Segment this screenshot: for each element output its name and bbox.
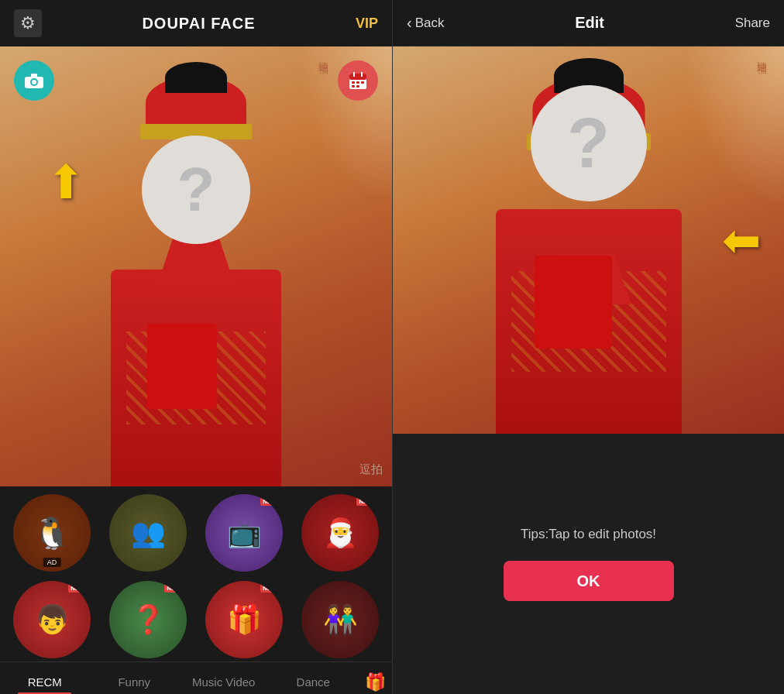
arrow-left-indicator: ⬅ — [722, 213, 761, 267]
new-badge-6: NEW — [164, 584, 184, 593]
grid-item-5[interactable]: 👦 NEW — [13, 581, 91, 658]
face-placeholder-right[interactable]: ? — [531, 85, 647, 201]
svg-rect-12 — [356, 85, 359, 88]
tab-funny[interactable]: Funny — [90, 669, 180, 694]
ok-button[interactable]: OK — [504, 561, 674, 601]
chinese-deco-right: 迎纳福 — [755, 53, 769, 57]
red-envelope — [147, 324, 217, 409]
gift-tab[interactable]: 🎁 — [358, 672, 392, 692]
tab-dance[interactable]: Dance — [269, 669, 359, 694]
left-header: ⚙ DOUPAI FACE VIP — [0, 0, 392, 46]
grid-icon-4: 🎅 — [323, 517, 358, 549]
svg-rect-10 — [361, 81, 364, 84]
grid-icon-8: 👫 — [323, 603, 358, 636]
svg-rect-5 — [349, 74, 366, 80]
svg-point-2 — [32, 80, 36, 84]
grid-item-2[interactable]: 👥 — [109, 494, 187, 572]
grid-icon-1: 🐧 — [33, 515, 71, 551]
grid-item-8[interactable]: 👫 — [301, 581, 379, 658]
new-badge-3: NEW — [260, 497, 280, 506]
tab-music-video[interactable]: Music Video — [179, 669, 269, 694]
svg-rect-8 — [352, 81, 355, 84]
grid-row-2: 👦 NEW ❓ NEW 🎁 NEW 👫 — [0, 578, 392, 661]
question-mark-left: ? — [177, 154, 215, 225]
right-video-area[interactable]: 迎纳福 ? ⬅ — [393, 46, 784, 434]
new-badge-4: NEW — [356, 497, 376, 506]
ad-badge-1: AD — [43, 558, 61, 567]
gear-icon[interactable]: ⚙ — [14, 9, 42, 37]
svg-rect-9 — [356, 81, 359, 84]
costume-hat-top — [165, 62, 227, 93]
svg-rect-11 — [352, 85, 355, 88]
chevron-left-icon: ‹ — [407, 14, 412, 32]
share-button[interactable]: Share — [735, 15, 770, 31]
right-panel: ‹ Back Edit Share 迎纳福 ? ⬅ — [392, 0, 784, 694]
left-panel: ⚙ DOUPAI FACE VIP 迎纳福 — [0, 0, 392, 694]
grid-item-4[interactable]: 🎅 NEW — [301, 494, 379, 572]
grid-icon-7: 🎁 — [227, 603, 262, 636]
vip-label[interactable]: VIP — [356, 15, 378, 32]
back-button[interactable]: ‹ Back — [407, 14, 444, 32]
grid-icon-5: 👦 — [35, 603, 70, 636]
arrow-up-indicator: ⬆ — [46, 155, 85, 209]
right-header: ‹ Back Edit Share — [393, 0, 784, 46]
right-red-envelope — [535, 256, 612, 349]
chinese-deco-left: 迎纳福 — [316, 53, 330, 57]
edit-title: Edit — [444, 14, 734, 32]
grid-icon-6: ❓ — [131, 603, 166, 636]
question-mark-right: ? — [567, 104, 610, 184]
tab-recm[interactable]: RECM — [0, 669, 90, 694]
new-badge-5: NEW — [68, 584, 88, 593]
chinese-text-br: 逗拍 — [359, 462, 383, 477]
grid-icon-2: 👥 — [131, 517, 166, 549]
grid-item-7[interactable]: 🎁 NEW — [205, 581, 283, 658]
camera-button[interactable] — [14, 60, 54, 101]
grid-item-1[interactable]: 🐧 AD — [13, 494, 91, 572]
grid-row-1: 🐧 AD 👥 📺 NEW 🎅 NEW — [0, 491, 392, 575]
grid-item-6[interactable]: ❓ NEW — [109, 581, 187, 658]
svg-rect-3 — [31, 74, 37, 77]
tips-text: Tips:Tap to edit photos! — [521, 527, 656, 542]
app-title: DOUPAI FACE — [142, 15, 255, 33]
right-floral — [676, 46, 784, 217]
calendar-button[interactable] — [338, 60, 378, 101]
bottom-grid: 🐧 AD 👥 📺 NEW 🎅 NEW 👦 NEW — [0, 486, 392, 694]
face-placeholder-left[interactable]: ? — [142, 136, 250, 244]
new-badge-7: NEW — [260, 584, 280, 593]
back-label: Back — [415, 15, 445, 31]
grid-icon-3: 📺 — [227, 517, 262, 549]
left-video-area: 迎纳福 — [0, 46, 392, 486]
grid-item-3[interactable]: 📺 NEW — [205, 494, 283, 572]
right-bottom-section: Tips:Tap to edit photos! OK — [393, 434, 784, 694]
tabs-bar: RECM Funny Music Video Dance 🎁 — [0, 661, 392, 694]
